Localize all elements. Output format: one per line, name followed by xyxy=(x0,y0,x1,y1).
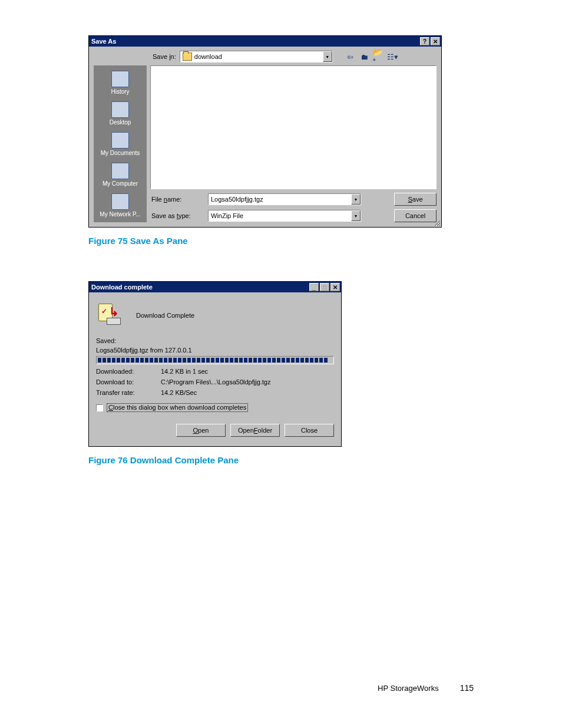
resize-grip-icon[interactable] xyxy=(433,219,440,226)
rate-value: 14.2 KB/Sec xyxy=(161,389,197,396)
save-in-value: download xyxy=(194,53,222,60)
footer-page-number: 115 xyxy=(460,683,474,693)
download-header: Download Complete xyxy=(136,312,194,319)
download-to-label: Download to: xyxy=(96,378,161,386)
save-in-label: Save in: xyxy=(153,53,176,60)
network-icon xyxy=(111,193,129,210)
folder-icon xyxy=(183,52,192,61)
desktop-icon xyxy=(111,101,129,118)
place-my-network[interactable]: My Network P... xyxy=(96,190,144,220)
figure-75-caption: Figure 75 Save As Pane xyxy=(88,236,474,246)
page-footer: HP StorageWorks 115 xyxy=(378,683,474,693)
progress-bar xyxy=(96,356,334,364)
open-folder-button[interactable]: Open Folder xyxy=(230,424,280,437)
minimize-icon[interactable]: _ xyxy=(309,283,319,291)
download-complete-icon: ↳ xyxy=(98,304,122,327)
save-as-type-value: WinZip File xyxy=(209,212,351,219)
open-button[interactable]: Open xyxy=(176,424,226,437)
computer-icon xyxy=(111,163,129,179)
close-icon[interactable]: ✕ xyxy=(431,37,440,45)
saved-label: Saved: xyxy=(96,337,334,344)
file-name-dropdown-button[interactable] xyxy=(351,194,361,205)
place-my-computer[interactable]: My Computer xyxy=(96,160,144,189)
history-icon xyxy=(111,71,129,87)
download-title: Download complete xyxy=(91,284,153,291)
cancel-button[interactable]: Cancel xyxy=(394,209,437,222)
downloaded-label: Downloaded: xyxy=(96,368,161,375)
close-when-complete-label[interactable]: Close this dialog box when download comp… xyxy=(107,403,248,412)
save-as-type-dropdown-button[interactable] xyxy=(351,210,361,221)
maximize-icon: □ xyxy=(320,283,329,291)
close-icon[interactable]: ✕ xyxy=(330,283,340,291)
save-button[interactable]: Save xyxy=(394,193,437,206)
new-folder-icon[interactable]: 📂* xyxy=(373,51,385,62)
saved-line: Logsa50ldpfjjg.tgz from 127.0.0.1 xyxy=(96,347,334,354)
save-as-titlebar[interactable]: Save As ? ✕ xyxy=(89,36,441,47)
place-desktop[interactable]: Desktop xyxy=(96,98,144,128)
save-as-dialog: Save As ? ✕ Save in: download ⇦ xyxy=(88,35,442,228)
save-in-dropdown-button[interactable] xyxy=(323,51,332,62)
back-icon[interactable]: ⇦ xyxy=(345,51,356,62)
help-button[interactable]: ? xyxy=(420,37,429,45)
file-name-combo[interactable]: Logsa50ldpfjjg.tgz xyxy=(208,193,361,205)
place-my-documents[interactable]: My Documents xyxy=(96,129,144,159)
download-titlebar[interactable]: Download complete _ □ ✕ xyxy=(89,282,341,292)
views-icon[interactable]: ☷▾ xyxy=(387,51,399,62)
save-as-type-combo[interactable]: WinZip File xyxy=(208,210,361,222)
save-as-type-label: Save as type: xyxy=(150,212,204,219)
download-complete-dialog: Download complete _ □ ✕ ↳ Download Compl… xyxy=(88,281,342,447)
downloaded-value: 14.2 KB in 1 sec xyxy=(161,368,208,375)
download-to-value: C:\Program Files\...\Logsa50ldpfjjg.tgz xyxy=(161,378,270,386)
place-history[interactable]: History xyxy=(96,68,144,97)
close-when-complete-checkbox[interactable] xyxy=(96,404,103,411)
places-bar: History Desktop My Documents My Computer xyxy=(94,65,147,222)
figure-76-caption: Figure 76 Download Complete Pane xyxy=(88,455,474,465)
save-as-title: Save As xyxy=(91,38,116,45)
documents-icon xyxy=(111,132,129,149)
close-button[interactable]: Close xyxy=(285,424,334,437)
file-list[interactable] xyxy=(150,65,437,189)
footer-brand: HP StorageWorks xyxy=(378,684,439,693)
save-in-combo[interactable]: download xyxy=(180,51,333,62)
up-one-level-icon[interactable]: 🖿 xyxy=(359,51,371,62)
file-name-label: File name: xyxy=(150,196,204,203)
file-name-value: Logsa50ldpfjjg.tgz xyxy=(209,196,351,203)
rate-label: Transfer rate: xyxy=(96,389,161,396)
